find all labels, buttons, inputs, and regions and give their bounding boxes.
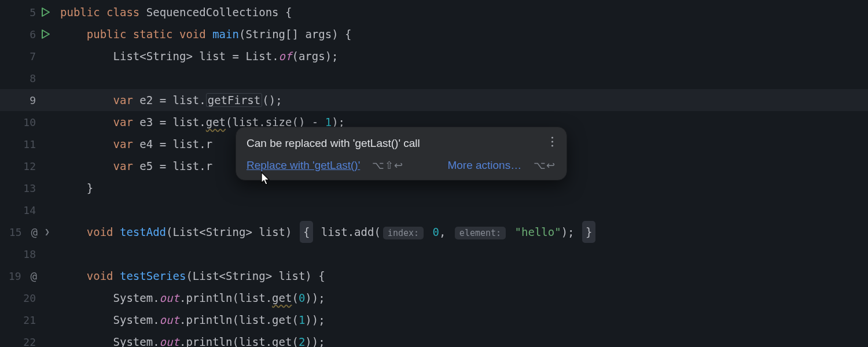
more-actions-link[interactable]: More actions… — [447, 159, 521, 171]
chevron-right-icon[interactable]: ❯ — [45, 227, 50, 237]
fold-brace[interactable]: { — [300, 221, 313, 243]
line-number: 22 — [20, 336, 36, 348]
gutter-line[interactable]: 18 — [0, 243, 58, 265]
code-line[interactable]: System.out.println(list.get(2)); — [58, 331, 868, 347]
line-number: 8 — [20, 72, 36, 84]
code-line[interactable]: public static void main(String[] args) { — [58, 23, 868, 45]
code-line[interactable]: var e2 = list.getFirst(); — [58, 89, 868, 111]
gutter-line[interactable]: 9 — [0, 89, 58, 111]
param-hint: element: — [455, 227, 506, 239]
gutter-line[interactable]: 15 @ ❯ — [0, 221, 58, 243]
gutter-line[interactable]: 22 — [0, 331, 58, 347]
gutter-line[interactable]: 7 — [0, 45, 58, 67]
code-line[interactable] — [58, 199, 868, 221]
code-line[interactable]: void testSeries(List<String> list) { — [58, 265, 868, 287]
svg-point-1 — [551, 141, 553, 142]
param-hint: index: — [383, 227, 424, 239]
override-icon[interactable]: @ — [31, 270, 37, 282]
line-number: 7 — [20, 50, 36, 62]
line-number: 6 — [20, 28, 36, 40]
code-line[interactable]: public class SequencedCollections { — [58, 1, 868, 23]
code-line[interactable]: void testAdd(List<String> list) { list.a… — [58, 221, 868, 243]
inspection-message: Can be replaced with 'getLast()' call — [247, 137, 549, 150]
line-number: 5 — [20, 6, 36, 19]
shortcut-hint: ⌥⇧↩ — [372, 160, 403, 171]
code-line[interactable] — [58, 67, 868, 89]
code-line[interactable]: List<String> list = List.of(args); — [58, 45, 868, 67]
shortcut-hint: ⌥↩ — [534, 160, 556, 171]
line-number: 9 — [20, 94, 36, 106]
gutter: 5 6 7 8 9 10 11 12 13 14 15 @ ❯ 18 19 @ — [0, 0, 58, 347]
code-line[interactable]: System.out.println(list.get(0)); — [58, 287, 868, 309]
code-line[interactable]: System.out.println(list.get(1)); — [58, 309, 868, 331]
gutter-line[interactable]: 21 — [0, 309, 58, 331]
line-number: 19 — [5, 270, 21, 282]
svg-point-0 — [551, 136, 553, 138]
run-icon[interactable] — [42, 29, 50, 39]
gutter-line[interactable]: 10 — [0, 111, 58, 133]
quickfix-replace-link[interactable]: Replace with 'getLast()' — [247, 159, 360, 171]
gutter-line[interactable]: 20 — [0, 287, 58, 309]
line-number: 11 — [20, 138, 36, 150]
gutter-line[interactable]: 6 — [0, 23, 58, 45]
code-editor[interactable]: 5 6 7 8 9 10 11 12 13 14 15 @ ❯ 18 19 @ — [0, 0, 868, 347]
override-icon[interactable]: @ — [31, 226, 38, 238]
code-line[interactable] — [58, 243, 868, 265]
line-number: 20 — [20, 292, 36, 304]
fold-brace[interactable]: } — [582, 221, 595, 243]
line-number: 15 — [6, 226, 22, 238]
kebab-menu-icon[interactable] — [549, 136, 556, 150]
run-icon[interactable] — [42, 8, 50, 17]
gutter-line[interactable]: 13 — [0, 177, 58, 199]
gutter-line[interactable]: 5 — [0, 1, 58, 23]
line-number: 18 — [20, 248, 36, 260]
gutter-line[interactable]: 14 — [0, 199, 58, 221]
gutter-line[interactable]: 19 @ — [0, 265, 58, 287]
intention-popup: Can be replaced with 'getLast()' call Re… — [236, 127, 567, 180]
line-number: 14 — [20, 204, 36, 216]
svg-point-2 — [551, 145, 553, 146]
line-number: 12 — [20, 160, 36, 172]
line-number: 13 — [20, 182, 36, 194]
gutter-line[interactable]: 12 — [0, 155, 58, 177]
line-number: 21 — [20, 314, 36, 326]
line-number: 10 — [20, 116, 36, 128]
gutter-line[interactable]: 11 — [0, 133, 58, 155]
gutter-line[interactable]: 8 — [0, 67, 58, 89]
